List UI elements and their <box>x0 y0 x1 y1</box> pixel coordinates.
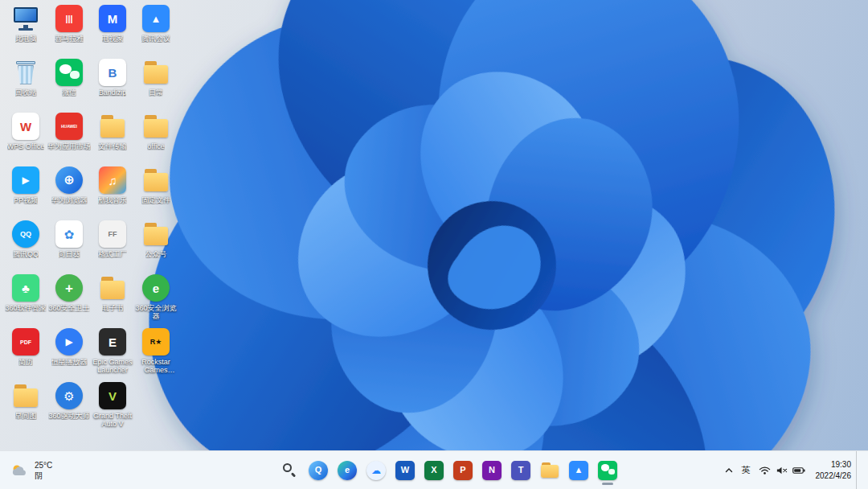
wps-office-icon: W <box>12 113 39 140</box>
wechat-icon <box>55 59 83 86</box>
desktop-icon-huawei-appgallery[interactable]: HUAWEI华为应用市场 <box>47 113 91 166</box>
icon-label: Bandizip <box>99 88 127 97</box>
glyph: T <box>518 466 524 475</box>
taskbar-tencent-meeting-button[interactable]: ▲ <box>566 454 592 487</box>
glyph: FF <box>108 231 117 238</box>
taskbar-file-explorer-button[interactable] <box>537 454 563 487</box>
kuwo-music-icon: ♫ <box>99 166 126 194</box>
format-factory-icon: FF <box>99 220 126 248</box>
icon-label: 电视家 <box>102 35 124 43</box>
glyph: P <box>460 466 465 475</box>
icon-label: Grand Theft Auto V <box>91 412 134 429</box>
desktop-icon-gta-v[interactable]: VGrand Theft Auto V <box>91 382 134 436</box>
tvhome-icon: M <box>99 5 126 32</box>
desktop-icon-resume-pdf[interactable]: PDF简历 <box>4 328 47 382</box>
desktop-area: 此电脑|||喜马拉雅M电视家▲腾讯会议回收站微信BBandizip日常WWPS … <box>0 0 868 450</box>
taskbar-word-button[interactable]: W <box>392 454 418 487</box>
glyph: PDF <box>20 339 31 345</box>
desktop-icon-wechat[interactable]: 微信 <box>47 59 91 113</box>
desktop-icon-folder-ebook[interactable]: 电子书 <box>91 274 134 328</box>
glyph: W <box>20 121 31 133</box>
taskbar-teams-button[interactable]: T <box>508 454 534 487</box>
desktop-icon-recycle-bin[interactable]: 回收站 <box>4 59 47 113</box>
desktop-icon-folder-office[interactable]: office <box>134 113 178 166</box>
taskbar-excel-button[interactable]: X <box>421 454 447 487</box>
glyph: + <box>65 281 73 295</box>
tencent-meeting-icon: ▲ <box>569 461 588 480</box>
word-icon: W <box>395 461 415 480</box>
desktop-icon-stellar-player[interactable]: ▶恒星播放器 <box>47 328 91 382</box>
taskbar-baidu-netdisk-button[interactable]: ☁ <box>363 454 389 487</box>
icon-label: 360安全卫士 <box>48 304 89 312</box>
desktop-icon-folder-morning-pics[interactable]: 早间图 <box>4 382 47 436</box>
icon-label: 日常 <box>149 88 163 97</box>
icon-label: 简历 <box>18 358 33 366</box>
glyph: ♫ <box>108 175 117 187</box>
desktop-icon-360-safeguard[interactable]: +360安全卫士 <box>47 274 91 328</box>
system-tray: 英 19:30 2022/4 <box>720 451 868 489</box>
desktop-icon-huawei-browser[interactable]: ⊕华为浏览器 <box>47 166 91 220</box>
desktop-icon-360-software-manager[interactable]: ♣360软件管家 <box>4 274 47 328</box>
pp-video-icon: ▶ <box>12 166 39 194</box>
desktop-icon-folder-file-transfer[interactable]: 文件传输 <box>91 113 134 166</box>
weather-widget[interactable]: 25°C 阴 <box>0 451 62 489</box>
icon-label: 格式工厂 <box>98 250 127 258</box>
desktop-icon-tvhome[interactable]: M电视家 <box>91 5 134 59</box>
folder-file-transfer-icon <box>99 113 126 140</box>
icon-label: 腾讯QQ <box>13 250 39 258</box>
volume-muted-icon <box>776 466 788 475</box>
onenote-icon: N <box>482 461 502 480</box>
desktop-icon-360-secure-browser[interactable]: e360安全浏览器 <box>134 274 178 328</box>
stellar-player-icon: ▶ <box>55 328 83 355</box>
icon-label: 360安全浏览器 <box>134 304 178 321</box>
icon-label: 微信 <box>62 88 76 97</box>
glyph: HUAWEI <box>61 125 77 129</box>
icon-label: PP视频 <box>14 196 38 204</box>
glyph: X <box>431 466 436 475</box>
gta-v-icon: V <box>99 382 126 409</box>
desktop-icon-folder-official-account[interactable]: 公众号 <box>134 220 178 274</box>
start-icon <box>251 461 270 480</box>
tencent-meeting-icon: ▲ <box>142 5 170 32</box>
weather-cloudy-icon <box>10 462 29 479</box>
show-desktop-button[interactable] <box>856 451 860 489</box>
icon-label: 固定文件 <box>141 196 170 204</box>
icon-label: 360软件管家 <box>5 304 46 312</box>
wechat-icon <box>598 461 617 480</box>
icon-label: 公众号 <box>145 250 167 258</box>
desktop-icon-tencent-meeting[interactable]: ▲腾讯会议 <box>134 5 178 59</box>
tray-overflow-button[interactable] <box>720 456 738 485</box>
desktop-icon-ximalaya[interactable]: |||喜马拉雅 <box>47 5 91 59</box>
desktop-icon-folder-pinned-files[interactable]: 固定文件 <box>134 166 178 220</box>
icon-label: 腾讯会议 <box>141 35 170 43</box>
huawei-browser-icon: ⊕ <box>55 166 83 194</box>
desktop-icon-epic-games-launcher[interactable]: EEpic Games Launcher <box>91 328 134 382</box>
desktop-icon-sunlogin[interactable]: ✿向日葵 <box>47 220 91 274</box>
folder-pinned-files-icon <box>142 166 170 194</box>
desktop-icon-rockstar-games-launcher[interactable]: R★Rockstar Games Launcher <box>134 328 178 382</box>
taskbar-powerpoint-button[interactable]: P <box>450 454 476 487</box>
windows-11-desktop: 此电脑|||喜马拉雅M电视家▲腾讯会议回收站微信BBandizip日常WWPS … <box>0 0 868 489</box>
taskbar-onenote-button[interactable]: N <box>479 454 505 487</box>
taskbar-qq-browser-button[interactable]: Q <box>305 454 331 487</box>
icon-label: 华为应用市场 <box>47 142 91 150</box>
taskbar-wechat-button[interactable] <box>595 454 620 487</box>
desktop-icon-kuwo-music[interactable]: ♫酷我音乐 <box>91 166 134 220</box>
glyph: W <box>401 466 409 475</box>
quick-settings-cluster[interactable] <box>755 456 809 485</box>
glyph: E <box>108 336 117 348</box>
desktop-icon-bandizip[interactable]: BBandizip <box>91 59 134 113</box>
desktop-icon-format-factory[interactable]: FF格式工厂 <box>91 220 134 274</box>
taskbar-edge-button[interactable]: e <box>334 454 360 487</box>
desktop-icon-tencent-qq[interactable]: QQ腾讯QQ <box>4 220 47 274</box>
clock[interactable]: 19:30 2022/4/26 <box>809 459 857 481</box>
sunlogin-icon: ✿ <box>55 220 83 248</box>
ime-language-indicator[interactable]: 英 <box>738 456 755 485</box>
desktop-icon-this-pc[interactable]: 此电脑 <box>4 5 47 59</box>
desktop-icon-pp-video[interactable]: ▶PP视频 <box>4 166 47 220</box>
desktop-icon-wps-office[interactable]: WWPS Office <box>4 113 47 166</box>
desktop-icon-folder-daily[interactable]: 日常 <box>134 59 178 113</box>
desktop-icon-360-driver-master[interactable]: ⚙360驱动大师 <box>47 382 91 436</box>
taskbar-start-button[interactable] <box>248 454 273 487</box>
taskbar-search-button[interactable] <box>276 454 302 487</box>
